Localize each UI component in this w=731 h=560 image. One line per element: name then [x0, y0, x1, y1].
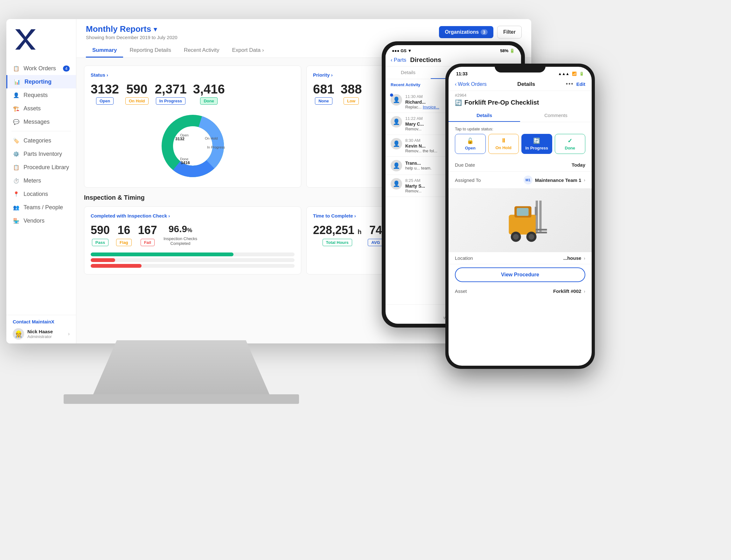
stat-pass-num: 590: [91, 224, 110, 237]
sidebar-item-categories[interactable]: 🏷️ Categories: [6, 134, 76, 147]
user-row[interactable]: 👷 Nick Haase Administrator ›: [13, 328, 70, 340]
pf-back-button[interactable]: ‹ Work Orders: [455, 81, 487, 87]
svg-rect-17: [509, 215, 537, 234]
pf-status-btn-onhold-label: On Hold: [495, 145, 512, 150]
pf-status-buttons: 🔓 Open ⏸ On Hold 🔄 In Progress ✓ Done: [449, 134, 592, 158]
phone-back-tab-details[interactable]: Details: [386, 66, 431, 79]
pf-asset-value: Forklift #002 ›: [553, 288, 585, 294]
sidebar: 📋 Work Orders 4 📊 Reporting 👤 Requests 🏗…: [6, 19, 76, 343]
pf-header-actions: ••• Edit: [566, 81, 585, 87]
filter-button[interactable]: Filter: [497, 26, 522, 38]
sidebar-item-label: Messages: [24, 119, 50, 125]
pf-asset-row[interactable]: Asset Forklift #002 ›: [449, 285, 592, 297]
checks-num: 96.9%: [169, 224, 192, 234]
pf-back-label: Work Orders: [458, 81, 486, 87]
sidebar-item-label: Reporting: [24, 79, 52, 85]
sidebar-item-procedure-library[interactable]: 📋 Procedure Library: [6, 161, 76, 174]
tab-export-data[interactable]: Export Data ›: [225, 44, 270, 58]
vendors-icon: 🏪: [13, 217, 20, 224]
status-stats-row: 3132 Open 590 On Hold 2,371 In Progress: [91, 83, 294, 105]
tab-reporting-details[interactable]: Reporting Details: [123, 44, 177, 58]
signal-icon: ▲▲▲: [558, 72, 569, 76]
pf-edit-button[interactable]: Edit: [576, 81, 585, 87]
bar-pass: [91, 252, 294, 256]
sidebar-item-label: Procedure Library: [24, 164, 69, 171]
pf-title: Details: [517, 81, 535, 87]
badge-none: None: [315, 97, 332, 105]
wifi-icon: 📶: [572, 72, 577, 76]
status-donut-chart: Open 3132 On Hold In Progress Done 3416: [91, 111, 294, 181]
progress-bars: [91, 252, 294, 268]
laptop-foot: [64, 394, 299, 404]
sidebar-item-meters[interactable]: ⏱️ Meters: [6, 174, 76, 187]
donut-svg: Open 3132 On Hold In Progress Done 3416: [158, 111, 228, 181]
pf-status-btn-open[interactable]: 🔓 Open: [455, 134, 486, 154]
organizations-button[interactable]: Organizations 3: [439, 26, 493, 38]
tab-recent-activity[interactable]: Recent Activity: [177, 44, 226, 58]
pf-status-btn-inprogress[interactable]: 🔄 In Progress: [521, 134, 552, 154]
pf-status-btn-onhold[interactable]: ⏸ On Hold: [488, 134, 519, 154]
phone-back-back-btn[interactable]: ‹ Parts: [391, 57, 406, 63]
assets-icon: 🏗️: [13, 105, 20, 112]
contact-section: Contact MaintainX 👷 Nick Haase Administr…: [6, 315, 76, 343]
sidebar-item-messages[interactable]: 💬 Messages: [6, 115, 76, 128]
status-section-title[interactable]: Status ›: [91, 72, 294, 78]
sidebar-item-locations[interactable]: 📍 Locations: [6, 187, 76, 201]
svg-text:On Hold: On Hold: [205, 136, 217, 140]
header-top: Monthly Reports ▾ Showing from December …: [86, 24, 522, 40]
svg-rect-19: [517, 208, 528, 216]
bar-fill-flag: [91, 258, 115, 262]
team-badge: M1: [524, 176, 533, 184]
svg-rect-22: [536, 229, 547, 231]
checkmark-icon: ✓: [568, 137, 572, 144]
badge-pass: Pass: [92, 239, 108, 246]
messages-icon: 💬: [13, 118, 20, 125]
activity-link[interactable]: Invoice...: [423, 105, 439, 109]
sidebar-item-label: Requests: [24, 92, 48, 99]
stat-fail: 167 Fail: [138, 224, 157, 246]
sidebar-item-reporting[interactable]: 📊 Reporting: [6, 75, 76, 88]
pf-status-btn-done-label: Done: [565, 146, 576, 150]
pf-location-label: Location: [455, 255, 473, 261]
pf-due-date-label: Due Date: [455, 162, 475, 168]
pf-due-date-value: Today: [572, 162, 585, 168]
report-title-area: Monthly Reports ▾ Showing from December …: [86, 24, 177, 40]
pf-status-update-label: Tap to update status:: [449, 122, 592, 134]
pf-location-row[interactable]: Location ...house ›: [449, 252, 592, 264]
pf-status-btn-done[interactable]: ✓ Done: [555, 134, 586, 154]
nav-divider: [11, 131, 71, 131]
phone-back-page-title: Directions: [410, 56, 441, 64]
pf-assigned-row[interactable]: Assigned To M1 Maintenance Team 1 ›: [449, 172, 592, 189]
tab-summary[interactable]: Summary: [86, 44, 123, 58]
pf-tab-details[interactable]: Details: [449, 109, 520, 122]
chevron-icon: ›: [584, 289, 585, 294]
contact-label[interactable]: Contact MaintainX: [13, 319, 70, 324]
dropdown-chevron-icon: ▾: [154, 25, 157, 33]
report-title: Monthly Reports ▾: [86, 24, 177, 34]
sidebar-item-teams-people[interactable]: 👥 Teams / People: [6, 201, 76, 214]
view-procedure-button[interactable]: View Procedure: [455, 267, 585, 282]
sidebar-item-requests[interactable]: 👤 Requests: [6, 88, 76, 102]
header-actions: Organizations 3 Filter: [439, 26, 522, 38]
refresh-icon: 🔄: [455, 99, 462, 106]
work-orders-badge: 4: [63, 66, 70, 72]
sidebar-item-assets[interactable]: 🏗️ Assets: [6, 102, 76, 115]
sidebar-item-parts-inventory[interactable]: ⚙️ Parts Inventory: [6, 147, 76, 161]
pf-tab-comments[interactable]: Comments: [520, 109, 592, 122]
requests-icon: 👤: [13, 92, 20, 99]
stat-done: 3,416 Done: [193, 83, 225, 105]
svg-point-25: [513, 234, 519, 240]
svg-point-27: [529, 234, 535, 240]
rotate-icon: 🔄: [533, 137, 540, 144]
chevron-icon: ›: [584, 256, 585, 261]
forklift-svg: [492, 195, 549, 246]
stat-number-none: 681: [313, 83, 334, 95]
sidebar-item-work-orders[interactable]: 📋 Work Orders 4: [6, 62, 76, 75]
stat-number-done: 3,416: [193, 83, 225, 95]
categories-icon: 🏷️: [13, 137, 20, 144]
sidebar-item-label: Work Orders: [24, 65, 56, 72]
stat-number-onhold: 590: [126, 83, 148, 95]
inspection-check-title[interactable]: Completed with Inspection Check ›: [91, 213, 294, 218]
pf-more-button[interactable]: •••: [566, 81, 574, 87]
sidebar-item-vendors[interactable]: 🏪 Vendors: [6, 214, 76, 227]
